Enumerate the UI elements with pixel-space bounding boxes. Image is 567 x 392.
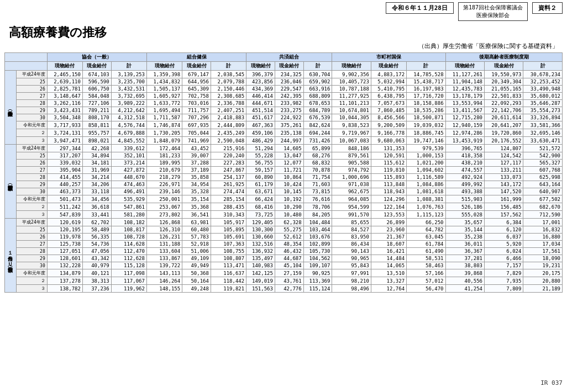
empty-subheader xyxy=(5,62,48,71)
data-cell: 157,562 xyxy=(485,211,523,219)
data-cell: 31,969 xyxy=(82,167,111,174)
data-cell: 107,363 xyxy=(211,241,246,248)
data-cell: 108,817 xyxy=(111,226,146,234)
data-cell: 20,349,304 xyxy=(485,78,523,86)
data-cell: 56,335 xyxy=(82,234,111,241)
data-cell: 493,388 xyxy=(445,188,484,195)
year-cell: 30 xyxy=(16,262,47,269)
data-cell: 678,653 xyxy=(303,100,332,107)
data-cell: 731,426 xyxy=(303,137,332,145)
section-label-0: 支給件数（件） xyxy=(5,71,17,145)
data-cell: 227,283 xyxy=(211,160,246,167)
year-cell: 25 xyxy=(16,78,47,86)
data-cell: 7,809 xyxy=(485,285,523,293)
data-cell: 34,214 xyxy=(82,174,111,181)
data-cell: 34,456 xyxy=(82,195,111,203)
data-cell: 2,825,781 xyxy=(47,86,82,93)
data-cell: 6,438,795 xyxy=(371,93,406,100)
data-cell: 674,103 xyxy=(82,71,111,78)
date-box: 令和６年１１月28日 xyxy=(386,2,454,14)
year-cell: 30 xyxy=(16,188,47,195)
data-cell: 133,604 xyxy=(146,248,182,255)
data-cell: 712,590 xyxy=(523,211,563,219)
data-cell: 41,254 xyxy=(445,285,484,293)
data-cell: 34,954 xyxy=(182,181,211,188)
data-cell: 84,205 xyxy=(303,211,332,219)
data-cell: 677,502 xyxy=(523,195,563,203)
data-cell: 22,501,833 xyxy=(485,93,523,100)
data-cell: 250,001 xyxy=(146,195,182,203)
data-cell: 119,978 xyxy=(47,234,82,241)
data-cell: 463,373 xyxy=(47,188,82,195)
data-cell: 90,143 xyxy=(332,248,371,255)
data-cell: 242,395 xyxy=(275,93,303,100)
data-cell: 49,109 xyxy=(182,255,211,262)
data-cell: 22,092,293 xyxy=(485,100,523,107)
data-cell: 511,242 xyxy=(47,203,82,211)
data-cell: 58,463 xyxy=(407,262,445,269)
data-cell: 115,612 xyxy=(371,160,406,167)
data-cell: 254,137 xyxy=(211,174,246,181)
data-cell: 17,716,720 xyxy=(407,93,445,100)
year-cell: 26 xyxy=(16,234,47,241)
data-cell: 1,094,602 xyxy=(407,167,445,174)
data-cell: 418,358 xyxy=(445,152,484,160)
data-cell: 126,231 xyxy=(146,234,182,241)
year-cell: ２ xyxy=(16,129,47,137)
data-cell: 14,065 xyxy=(371,262,406,269)
data-cell: 3,432,531 xyxy=(111,86,146,93)
data-cell: 2,407,251 xyxy=(211,107,246,114)
data-cell: 40,121 xyxy=(82,269,111,277)
data-cell: 492,924 xyxy=(445,174,484,181)
data-cell: 33,630,471 xyxy=(523,137,563,145)
data-cell: 126,310 xyxy=(146,226,182,234)
data-cell: 36,618 xyxy=(82,203,111,211)
data-cell: 625,998 xyxy=(523,174,563,181)
data-cell: 20,175 xyxy=(523,269,563,277)
data-cell: 234,325 xyxy=(275,71,303,78)
data-cell: 42,268 xyxy=(82,145,111,152)
data-cell: 581,280 xyxy=(111,211,146,219)
data-cell: 40,556 xyxy=(445,277,484,285)
data-cell: 105,917 xyxy=(211,219,246,226)
data-cell: 108,182 xyxy=(111,219,146,226)
data-cell: 310,343 xyxy=(211,211,246,219)
data-cell: 4,845,552 xyxy=(111,137,146,145)
data-cell: 38,313 xyxy=(82,277,111,285)
data-cell: 71,603 xyxy=(303,181,332,188)
data-cell: 156,485 xyxy=(485,203,523,211)
data-cell: 117,098 xyxy=(111,269,146,277)
data-cell: 954,599 xyxy=(332,203,371,211)
data-cell: 55,228 xyxy=(246,152,275,160)
data-cell: 117,067 xyxy=(111,277,146,285)
data-cell: 35,154 xyxy=(182,195,211,203)
data-cell: 21,055,165 xyxy=(485,86,523,93)
year-cell: ３ xyxy=(16,137,47,145)
data-cell: 229,547 xyxy=(275,86,303,93)
col-group-kumiai: 組合健保 xyxy=(146,53,246,62)
data-cell: 37,288 xyxy=(182,160,211,167)
data-cell: 3,732,695 xyxy=(111,93,146,100)
data-cell: 137,278 xyxy=(47,277,82,285)
data-cell: 467,363 xyxy=(246,121,275,129)
data-cell: 45,104 xyxy=(275,262,303,269)
data-cell: 526,186 xyxy=(445,203,484,211)
data-cell: 134,879 xyxy=(47,269,82,277)
data-cell: 68,276 xyxy=(303,152,332,160)
data-cell: 132,228 xyxy=(47,262,82,269)
data-cell: 172,464 xyxy=(146,145,182,152)
year-cell: 29 xyxy=(16,107,47,114)
data-cell: 142,125 xyxy=(246,269,275,277)
data-cell: 68,832 xyxy=(303,160,332,167)
data-cell: 4,212,642 xyxy=(111,107,146,114)
year-cell: 26 xyxy=(16,160,47,167)
data-cell: 112,470 xyxy=(111,248,146,255)
data-cell: 218,279 xyxy=(146,174,182,181)
data-cell: 1,711,587 xyxy=(146,114,182,121)
data-cell: 73,725 xyxy=(246,211,275,219)
data-cell: 135,497 xyxy=(246,255,275,262)
col-group-kouki: 後期高齢者医療制度期 xyxy=(445,53,562,62)
data-cell: 68,416 xyxy=(246,203,275,211)
page-title: 高額療養費の推移 xyxy=(0,22,567,42)
data-cell: 16,421 xyxy=(371,248,406,255)
